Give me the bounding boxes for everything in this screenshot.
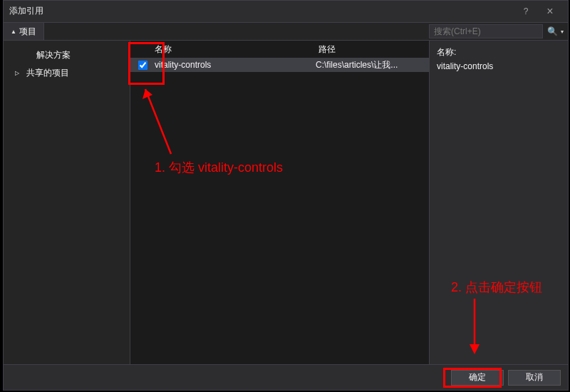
reference-manager-dialog: 添加引用 ? × ▲ 项目 🔍▾ ▷ 解决方案 ▷ 共享的项目 <box>3 0 569 391</box>
chevron-down-icon: ▲ <box>11 29 16 35</box>
sidebar-item-shared-projects[interactable]: ▷ 共享的项目 <box>4 64 130 82</box>
sidebar-item-solution[interactable]: ▷ 解决方案 <box>4 46 130 64</box>
tab-label: 项目 <box>19 26 36 38</box>
sidebar-item-label: 解决方案 <box>36 49 71 61</box>
column-headers: 名称 路径 <box>130 41 429 56</box>
tab-projects[interactable]: ▲ 项目 <box>4 23 44 40</box>
search-icon: 🔍 <box>547 26 558 36</box>
table-row[interactable]: vitality-controls C:\files\articles\让我..… <box>130 58 429 72</box>
detail-name-value: vitality-controls <box>437 61 561 71</box>
close-icon: × <box>546 5 553 18</box>
search-area: 🔍▾ <box>425 23 568 40</box>
help-icon: ? <box>524 6 529 16</box>
dropdown-icon: ▾ <box>561 29 564 35</box>
row-checkbox[interactable] <box>138 61 147 70</box>
sidebar-item-label: 共享的项目 <box>26 67 69 79</box>
row-path: C:\files\articles\让我... <box>316 59 429 71</box>
search-button[interactable]: 🔍▾ <box>547 26 564 36</box>
titlebar: 添加引用 ? × <box>4 1 568 22</box>
cancel-button[interactable]: 取消 <box>508 370 561 386</box>
tab-spacer <box>44 23 425 40</box>
row-checkbox-wrap <box>130 61 155 70</box>
dialog-body: ▷ 解决方案 ▷ 共享的项目 名称 路径 vitality-controls C… <box>4 41 568 364</box>
detail-name-label: 名称: <box>437 46 561 58</box>
help-button[interactable]: ? <box>514 1 538 21</box>
row-name: vitality-controls <box>155 60 316 70</box>
results-panel: 名称 路径 vitality-controls C:\files\article… <box>130 41 430 364</box>
category-tabbar: ▲ 项目 🔍▾ <box>4 22 568 41</box>
detail-panel: 名称: vitality-controls <box>430 41 568 364</box>
ok-button-label: 确定 <box>469 371 486 383</box>
window-title: 添加引用 <box>9 5 514 17</box>
ok-button[interactable]: 确定 <box>451 370 504 386</box>
search-input[interactable] <box>429 24 543 38</box>
column-header-path[interactable]: 路径 <box>316 41 429 56</box>
footer: 确定 取消 <box>4 364 568 390</box>
sidebar: ▷ 解决方案 ▷ 共享的项目 <box>4 41 130 364</box>
column-header-name[interactable]: 名称 <box>130 41 316 56</box>
close-button[interactable]: × <box>538 1 562 21</box>
cancel-button-label: 取消 <box>526 371 543 383</box>
expand-icon: ▷ <box>15 70 22 76</box>
